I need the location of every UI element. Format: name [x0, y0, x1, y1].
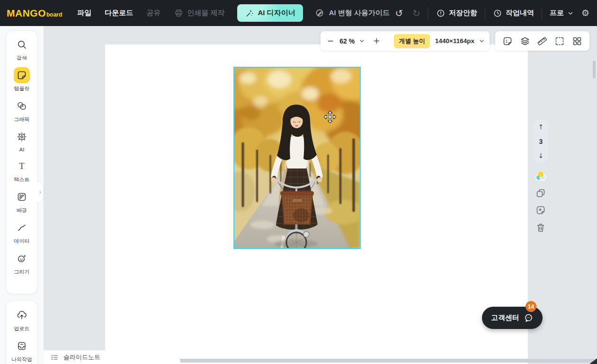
- ruler-icon[interactable]: [536, 36, 548, 47]
- graphic-icon: [14, 98, 30, 114]
- menu-download[interactable]: 다운로드: [105, 9, 133, 18]
- ai-designer-button[interactable]: AI 디자이너: [237, 4, 303, 22]
- slide-note-tab[interactable]: 슬라이드노트: [44, 350, 162, 364]
- add-page-icon[interactable]: [535, 204, 546, 216]
- ai-chip-icon: [14, 129, 30, 145]
- page-size-value[interactable]: 1440×1164px: [435, 37, 474, 44]
- pen-circle-icon: [315, 8, 325, 18]
- sidebar-item-draw[interactable]: 그리기: [6, 250, 37, 275]
- chevron-down-icon[interactable]: [479, 38, 485, 44]
- alert-circle-icon: [436, 9, 446, 18]
- zoom-control-panel: − 62 % + 개별 높이 1440×1164px: [321, 31, 490, 51]
- sidebar-item-my-work[interactable]: 나의작업: [6, 338, 37, 363]
- menu-print-group[interactable]: 인쇄물 제작: [174, 8, 224, 18]
- gear-icon[interactable]: ⚙: [581, 9, 589, 18]
- save-status-button[interactable]: 저장안함: [436, 9, 477, 18]
- vertical-scrollbar-thumb[interactable]: [593, 61, 596, 79]
- left-sidebar: 검색 템플릿 그래픽: [0, 26, 44, 364]
- text-icon: T: [14, 158, 30, 174]
- sidebar-item-ai[interactable]: AI: [6, 129, 37, 152]
- sidebar-item-search[interactable]: 검색: [6, 36, 37, 62]
- ai-designer-label: AI 디자이너: [258, 9, 295, 18]
- sidebar-item-label: 그래픽: [14, 116, 30, 123]
- menu-file[interactable]: 파일: [77, 9, 91, 18]
- chevron-right-icon: ›: [39, 189, 41, 195]
- autumn-bicycle-photo[interactable]: [234, 68, 360, 248]
- save-status-label: 저장안함: [449, 9, 477, 18]
- sidebar-item-label: 텍스트: [14, 176, 30, 183]
- template-icon: [14, 67, 30, 83]
- draw-icon: [14, 250, 30, 266]
- zoom-out-button[interactable]: −: [327, 37, 334, 45]
- current-page-number: 3: [539, 138, 543, 145]
- sidebar-user-panel: 업로드 나의작업: [6, 300, 38, 364]
- sidebar-item-background[interactable]: 배경: [6, 189, 37, 214]
- view-tools-panel: 1: [495, 31, 589, 51]
- sidebar-item-data[interactable]: 데이터: [6, 220, 37, 245]
- data-chart-icon: [14, 220, 30, 236]
- list-icon: [50, 353, 59, 362]
- mangoboard-logo[interactable]: MANGO board: [7, 8, 62, 19]
- fit-mode-button[interactable]: 개별 높이: [394, 34, 430, 48]
- header-divider: [428, 7, 428, 19]
- selection-frame-icon[interactable]: [554, 36, 565, 47]
- page-colors-swatch[interactable]: [534, 169, 547, 183]
- layers-icon[interactable]: [519, 36, 531, 47]
- sidebar-item-label: AI: [19, 147, 24, 152]
- sidebar-item-label: 그리기: [14, 268, 30, 275]
- sidebar-item-graphic[interactable]: 그래픽: [6, 98, 37, 123]
- sidebar-item-label: 템플릿: [14, 85, 30, 92]
- printer-icon: [174, 8, 184, 18]
- history-button[interactable]: 작업내역: [493, 9, 534, 18]
- sidebar-expand-tab[interactable]: ›: [37, 181, 44, 203]
- grid-view-icon[interactable]: [571, 36, 583, 47]
- duplicate-page-icon[interactable]: [535, 187, 546, 199]
- sidebar-tools-panel: 검색 템플릿 그래픽: [6, 30, 38, 294]
- chat-bubble-icon: [524, 313, 534, 323]
- top-header: MANGO board 파일 다운로드 공유 인쇄물 제작 AI 디자이너: [0, 0, 597, 26]
- background-icon: [14, 189, 30, 205]
- undo-icon[interactable]: ↺: [395, 9, 403, 18]
- svg-text:1: 1: [506, 38, 508, 43]
- page-up-icon[interactable]: ↑: [538, 124, 544, 130]
- sidebar-item-label: 검색: [17, 54, 27, 62]
- sidebar-item-label: 데이터: [14, 238, 30, 245]
- sidebar-item-upload[interactable]: 업로드: [6, 307, 37, 332]
- sidebar-item-text[interactable]: T 텍스트: [6, 158, 37, 183]
- menu-print-label: 인쇄물 제작: [187, 9, 224, 18]
- logo-text-sub: board: [46, 11, 62, 18]
- svg-text:T: T: [19, 161, 25, 171]
- header-right-group: ↺ ↻ 저장안함 작업내역 프로: [395, 7, 589, 19]
- support-badge: 14: [526, 301, 536, 312]
- plan-dropdown[interactable]: 프로: [550, 9, 574, 18]
- sidebar-item-template[interactable]: 템플릿: [6, 67, 37, 92]
- chevron-down-icon[interactable]: [359, 38, 365, 44]
- sidebar-item-label: 업로드: [14, 325, 30, 332]
- page-navigator: ↑ 3 ↓: [534, 119, 548, 163]
- page-number-view-icon[interactable]: 1: [502, 36, 513, 47]
- search-icon: [14, 36, 30, 53]
- zoom-level-value[interactable]: 62 %: [339, 37, 355, 45]
- ai-guide-label: AI 변형 사용가이드: [329, 9, 390, 18]
- delete-page-icon[interactable]: [535, 222, 546, 233]
- support-label: 고객센터: [491, 313, 519, 322]
- menu-share[interactable]: 공유: [146, 9, 160, 18]
- ai-guide-link[interactable]: AI 변형 사용가이드: [315, 8, 390, 18]
- sidebar-item-label: 나의작업: [11, 356, 32, 363]
- history-label: 작업내역: [506, 9, 534, 18]
- clock-icon: [493, 9, 502, 18]
- my-work-icon: [14, 338, 30, 354]
- page-down-icon[interactable]: ↓: [538, 152, 544, 159]
- zoom-in-button[interactable]: +: [373, 37, 380, 45]
- header-divider: [485, 7, 485, 19]
- redo-icon[interactable]: ↻: [412, 9, 420, 18]
- horizontal-scrollbar[interactable]: [170, 359, 597, 363]
- plan-label: 프로: [550, 9, 564, 18]
- upload-icon: [14, 307, 30, 323]
- magic-wand-icon: [245, 9, 254, 18]
- header-divider: [542, 7, 542, 19]
- sidebar-item-label: 배경: [17, 207, 27, 214]
- logo-text-main: MANGO: [7, 8, 46, 19]
- chevron-down-icon: [567, 10, 574, 17]
- slide-note-label: 슬라이드노트: [63, 353, 100, 362]
